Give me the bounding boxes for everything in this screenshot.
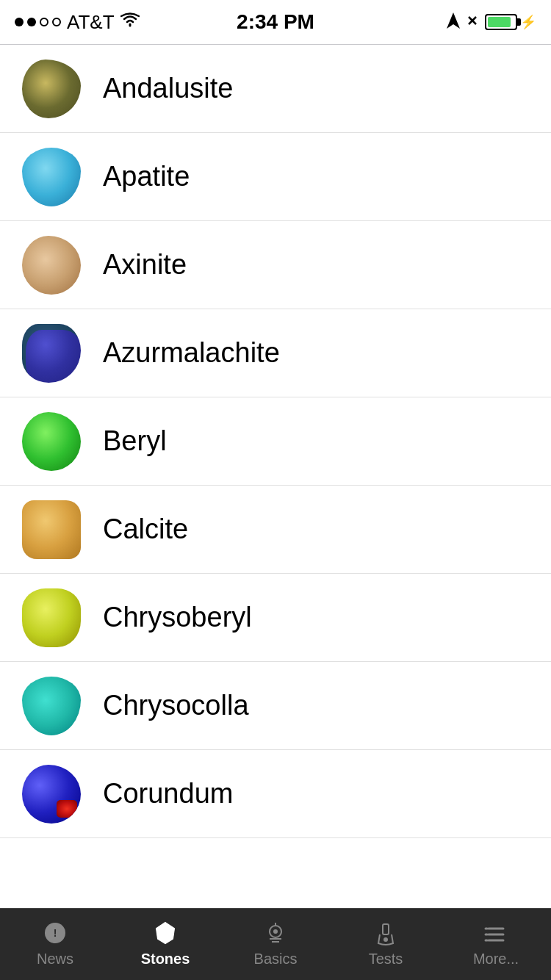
- bolt-icon: ⚡: [520, 14, 536, 30]
- tab-news[interactable]: ! News: [0, 909, 110, 980]
- gem-name-apatite: Apatite: [103, 161, 190, 192]
- status-time: 2:34 PM: [237, 10, 314, 34]
- tab-more-label: More...: [473, 951, 519, 968]
- tab-bar: ! News Stones Basics Tests: [0, 908, 551, 980]
- svg-text:!: !: [54, 927, 57, 939]
- carrier-label: AT&T: [67, 11, 115, 34]
- gem-image-chrysoberyl: [22, 588, 81, 647]
- gem-image-beryl: [22, 412, 81, 471]
- gem-name-chrysocolla: Chrysocolla: [103, 690, 249, 721]
- gem-name-beryl: Beryl: [103, 425, 167, 457]
- gem-name-corundum: Corundum: [103, 778, 233, 810]
- tab-more[interactable]: More...: [441, 909, 551, 980]
- tab-news-label: News: [37, 951, 73, 968]
- basics-icon: [262, 921, 289, 948]
- gem-name-chrysoberyl: Chrysoberyl: [103, 602, 252, 633]
- wifi-icon: [120, 12, 140, 32]
- list-item[interactable]: Chrysoberyl: [0, 574, 551, 662]
- gem-image-corundum: [22, 765, 81, 824]
- tab-tests-label: Tests: [369, 951, 403, 968]
- signal-dot-1: [15, 18, 24, 26]
- gem-image-chrysocolla: [22, 677, 81, 735]
- status-bar: AT&T 2:34 PM ⚡: [0, 0, 551, 44]
- list-item[interactable]: Axinite: [0, 221, 551, 309]
- svg-rect-13: [383, 924, 389, 934]
- status-left: AT&T: [15, 11, 140, 34]
- signal-dots: [15, 18, 61, 26]
- signal-dot-3: [40, 18, 48, 26]
- battery-fill: [488, 17, 511, 27]
- list-item[interactable]: Andalusite: [0, 45, 551, 133]
- status-right: ⚡: [447, 12, 536, 32]
- list-item[interactable]: Beryl: [0, 397, 551, 486]
- gem-image-axinite: [22, 236, 81, 295]
- list-item[interactable]: Calcite: [0, 486, 551, 574]
- list-item[interactable]: Chrysocolla: [0, 662, 551, 750]
- battery-icon: [485, 14, 517, 30]
- tab-tests[interactable]: Tests: [331, 909, 441, 980]
- list-item[interactable]: Apatite: [0, 133, 551, 221]
- news-icon: !: [42, 921, 68, 948]
- svg-marker-0: [447, 12, 460, 29]
- gem-name-azurmalachite: Azurmalachite: [103, 337, 280, 369]
- signal-dot-2: [27, 18, 36, 26]
- bluetooth-icon: [467, 12, 478, 32]
- gem-image-andalusite: [22, 60, 81, 118]
- gem-list: Andalusite Apatite Axinite Azurmalachite…: [0, 45, 551, 838]
- tab-stones[interactable]: Stones: [110, 909, 220, 980]
- tab-stones-label: Stones: [141, 951, 190, 968]
- svg-point-14: [383, 937, 388, 942]
- svg-point-12: [273, 929, 278, 934]
- tests-icon: [372, 921, 399, 948]
- gem-name-andalusite: Andalusite: [103, 73, 233, 104]
- gem-image-apatite: [22, 148, 81, 206]
- more-icon: [483, 921, 509, 948]
- location-icon: [447, 12, 460, 32]
- list-item[interactable]: Azurmalachite: [0, 309, 551, 397]
- signal-dot-4: [52, 18, 61, 26]
- list-item[interactable]: Corundum: [0, 750, 551, 838]
- stones-icon: [152, 921, 179, 948]
- battery-container: ⚡: [485, 14, 536, 30]
- gem-image-calcite: [22, 500, 81, 559]
- gem-image-azurmalachite: [22, 324, 81, 383]
- tab-basics[interactable]: Basics: [220, 909, 331, 980]
- tab-basics-label: Basics: [254, 951, 298, 968]
- gem-name-calcite: Calcite: [103, 514, 188, 545]
- gem-name-axinite: Axinite: [103, 249, 187, 281]
